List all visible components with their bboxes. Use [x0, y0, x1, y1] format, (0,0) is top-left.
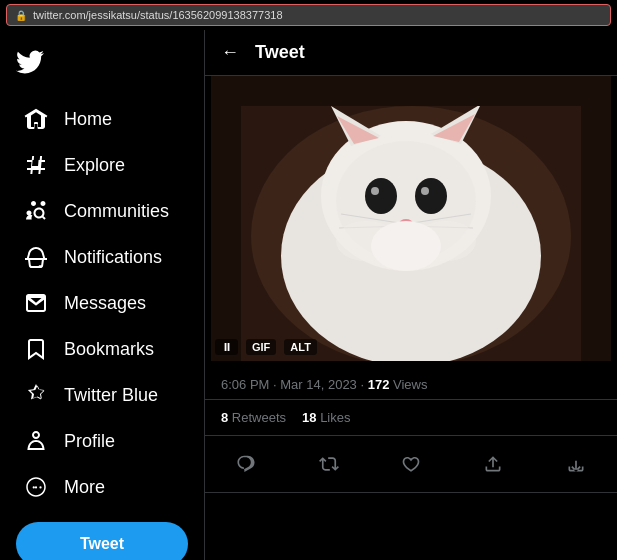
tweet-stats: 8 Retweets 18 Likes [205, 400, 617, 436]
svg-rect-21 [211, 76, 241, 361]
tweet-detail-panel: ← Tweet [205, 30, 617, 560]
back-button[interactable]: ← [221, 42, 239, 63]
communities-icon [24, 199, 48, 223]
sidebar-item-messages-label: Messages [64, 293, 146, 314]
sidebar-item-explore-label: Explore [64, 155, 125, 176]
more-circle-icon [24, 475, 48, 499]
address-bar[interactable]: 🔒 twitter.com/jessikatsu/status/16356209… [6, 4, 611, 26]
sidebar-item-notifications-label: Notifications [64, 247, 162, 268]
hashtag-icon [24, 153, 48, 177]
sidebar-item-profile-label: Profile [64, 431, 115, 452]
sidebar-item-bookmarks[interactable]: Bookmarks [8, 327, 196, 371]
twitter-bird-icon [16, 48, 44, 76]
sidebar-item-twitter-blue-label: Twitter Blue [64, 385, 158, 406]
home-icon [24, 107, 48, 131]
sidebar-item-home-label: Home [64, 109, 112, 130]
svg-point-11 [371, 187, 379, 195]
gif-label: GIF [246, 339, 276, 355]
twitter-blue-icon [24, 383, 48, 407]
svg-point-10 [415, 178, 447, 214]
sidebar-item-more-label: More [64, 477, 105, 498]
svg-rect-22 [581, 76, 611, 361]
tweet-action-bar [205, 436, 617, 493]
sidebar-item-home[interactable]: Home [8, 97, 196, 141]
media-controls: ⏸ GIF ALT [215, 339, 317, 355]
tweet-button[interactable]: Tweet [16, 522, 188, 560]
likes-count: 18 [302, 410, 316, 425]
download-button[interactable] [556, 444, 596, 484]
sidebar-item-twitter-blue[interactable]: Twitter Blue [8, 373, 196, 417]
sidebar-item-communities[interactable]: Communities [8, 189, 196, 233]
envelope-icon [24, 291, 48, 315]
sidebar-item-more[interactable]: More [8, 465, 196, 509]
tweet-media-container: ⏸ GIF ALT [205, 76, 617, 365]
tweet-meta: 6:06 PM · Mar 14, 2023 · 172 Views [205, 365, 617, 400]
svg-point-9 [365, 178, 397, 214]
views-count: 172 [368, 377, 390, 392]
bookmark-icon [24, 337, 48, 361]
sidebar-item-communities-label: Communities [64, 201, 169, 222]
tweet-header: ← Tweet [205, 30, 617, 76]
sidebar-item-bookmarks-label: Bookmarks [64, 339, 154, 360]
main-layout: Home Explore Communities Notifications M [0, 30, 617, 560]
lock-icon: 🔒 [15, 10, 27, 21]
svg-rect-23 [211, 76, 611, 106]
url-text: twitter.com/jessikatsu/status/1635620991… [33, 9, 283, 21]
sidebar: Home Explore Communities Notifications M [0, 30, 205, 560]
sidebar-item-messages[interactable]: Messages [8, 281, 196, 325]
cat-image [205, 76, 617, 361]
tweet-timestamp: 6:06 PM · Mar 14, 2023 · 172 Views [221, 377, 427, 392]
like-button[interactable] [391, 444, 431, 484]
retweets-stat: 8 Retweets [221, 410, 286, 425]
tweet-header-title: Tweet [255, 42, 305, 63]
svg-point-12 [421, 187, 429, 195]
sidebar-item-profile[interactable]: Profile [8, 419, 196, 463]
retweet-button[interactable] [309, 444, 349, 484]
bell-icon [24, 245, 48, 269]
pause-icon[interactable]: ⏸ [215, 339, 238, 355]
sidebar-item-notifications[interactable]: Notifications [8, 235, 196, 279]
share-button[interactable] [473, 444, 513, 484]
svg-point-20 [371, 221, 441, 271]
twitter-logo[interactable] [0, 38, 204, 96]
comment-button[interactable] [226, 444, 266, 484]
person-icon [24, 429, 48, 453]
alt-label[interactable]: ALT [284, 339, 317, 355]
likes-stat: 18 Likes [302, 410, 350, 425]
sidebar-item-explore[interactable]: Explore [8, 143, 196, 187]
